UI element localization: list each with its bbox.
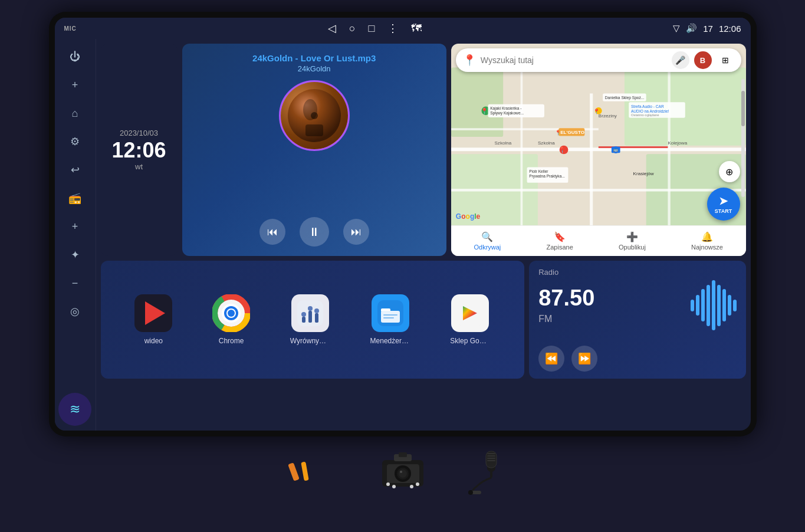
map-search-input[interactable]	[481, 55, 667, 65]
radio-rewind-button[interactable]: ⏪	[538, 346, 564, 372]
svg-rect-68	[288, 462, 300, 481]
status-bar-right: ▽ 🔊 17 12:06	[673, 23, 741, 34]
svg-text:Szkolna: Szkolna	[538, 140, 555, 146]
svg-text:Prywatna Praktyka...: Prywatna Praktyka...	[529, 174, 565, 179]
app-equalizer[interactable]: Wyrównywa...	[290, 294, 330, 345]
saved-label: Zapisane	[547, 244, 573, 251]
svg-rect-54	[302, 317, 305, 323]
backup-camera	[376, 451, 429, 492]
time-label: 12:06	[111, 140, 166, 161]
sidebar-equalizer-button[interactable]: ≋	[58, 393, 91, 426]
wave-bar-7	[722, 289, 726, 321]
sidebar-radio[interactable]: 📻	[60, 185, 90, 211]
menu-nav-icon[interactable]: ⋮	[387, 22, 398, 35]
sidebar-settings[interactable]: ⚙	[60, 129, 90, 155]
radio-band: FM	[538, 314, 594, 324]
prev-button[interactable]: ⏮	[259, 219, 285, 245]
wave-bar-6	[717, 285, 721, 326]
map-profile-button[interactable]: B	[694, 51, 712, 69]
app-equalizer-label: Wyrównywa...	[290, 337, 330, 345]
map-tab-odkrywaj[interactable]: 🔍 Odkrywaj	[474, 231, 501, 251]
back-nav-icon[interactable]: ◁	[328, 22, 336, 35]
google-logo: Google	[456, 212, 480, 221]
map-tab-zapisane[interactable]: 🔖 Zapisane	[547, 231, 573, 251]
radio-frequency-value: 87.50	[538, 287, 594, 309]
app-folder-label: Menedżer P...	[370, 337, 410, 345]
svg-rect-65	[383, 317, 394, 318]
sidebar-power[interactable]: ⏻	[60, 44, 90, 70]
app-chrome[interactable]: Chrome	[212, 294, 250, 345]
svg-rect-2	[305, 124, 323, 136]
nav-bar: ◁ ○ □ ⋮ 🗺	[328, 22, 422, 35]
folder-svg	[377, 300, 403, 326]
main-content: ⏻ + ⌂ ⚙ ↩ 📻 + ✦ − ◎ ≋	[55, 39, 751, 431]
left-sidebar: ⏻ + ⌂ ⚙ ↩ 📻 + ✦ − ◎ ≋	[55, 39, 96, 431]
discover-icon: 🔍	[481, 231, 493, 242]
folder-app-icon	[372, 294, 409, 332]
sidebar-back[interactable]: ↩	[60, 157, 90, 183]
svg-text:Ostatnio oglądane: Ostatnio oglądane	[631, 113, 659, 117]
svg-point-3	[311, 112, 318, 119]
sidebar-volume-up[interactable]: +	[60, 72, 90, 98]
map-tab-najnowsze[interactable]: 🔔 Najnowsze	[691, 231, 723, 251]
map-scrollbar[interactable]	[741, 79, 745, 197]
home-nav-icon[interactable]: ○	[349, 22, 356, 35]
svg-text:Kajaki Krasieńka -: Kajaki Krasieńka -	[490, 106, 521, 111]
sidebar-bluetooth[interactable]: ✦	[60, 242, 90, 268]
map-search-bar: 📍 🎤 B ⊞	[456, 48, 741, 72]
apps-panel: wideo	[101, 261, 525, 379]
device-shell: MIC ◁ ○ □ ⋮ 🗺 ▽ 🔊 17 12:06 ⏻ + ⌂	[49, 12, 757, 436]
maps-nav-icon[interactable]: 🗺	[411, 22, 422, 35]
pause-button[interactable]: ⏸	[300, 217, 329, 247]
sidebar-add[interactable]: +	[60, 214, 90, 239]
radio-label: Radio	[538, 268, 736, 277]
app-file-manager[interactable]: Menedżer P...	[370, 294, 410, 345]
sidebar-location[interactable]: ◎	[60, 298, 90, 324]
status-bar: MIC ◁ ○ □ ⋮ 🗺 ▽ 🔊 17 12:06	[55, 18, 751, 39]
svg-text:Piotr Keller: Piotr Keller	[529, 169, 548, 173]
nav-arrow-icon: ➤	[719, 195, 728, 208]
map-location-button[interactable]: ⊕	[719, 161, 740, 182]
svg-point-59	[314, 308, 319, 313]
app-playstore-label: Sklep Googl...	[450, 337, 490, 345]
map-svg: Szkolna Szkolna Brzeziny Kolejowa 📍 📍	[451, 44, 746, 256]
svg-point-78	[410, 485, 413, 488]
radio-panel: Radio 87.50 FM	[529, 261, 745, 379]
radio-controls: ⏪ ⏩	[538, 346, 736, 372]
svg-point-58	[308, 306, 313, 311]
map-tab-opublikuj[interactable]: ➕ Opublikuj	[619, 231, 646, 251]
next-button[interactable]: ⏭	[343, 219, 369, 245]
datetime-panel: 2023/10/03 12:06 wt	[101, 44, 178, 256]
svg-rect-15	[599, 146, 668, 148]
latest-label: Najnowsze	[691, 244, 723, 251]
music-artist: 24kGoldn	[192, 64, 437, 73]
saved-icon: 🔖	[554, 231, 566, 242]
pry-tools-svg	[288, 460, 341, 484]
map-scrollbar-thumb	[741, 91, 745, 126]
svg-rect-13	[520, 67, 523, 232]
bottom-row: wideo	[101, 261, 746, 379]
music-controls: ⏮ ⏸ ⏭	[192, 217, 437, 247]
radio-forward-button[interactable]: ⏩	[571, 346, 597, 372]
svg-point-90	[468, 490, 473, 495]
svg-rect-12	[590, 93, 593, 232]
recents-nav-icon[interactable]: □	[369, 22, 375, 35]
svg-rect-69	[301, 462, 308, 481]
app-play-store[interactable]: Sklep Googl...	[450, 294, 490, 345]
top-row: 2023/10/03 12:06 wt 24kGoldn - Love Or L…	[101, 44, 746, 256]
svg-point-75	[400, 471, 402, 473]
map-start-button[interactable]: ➤ START	[707, 188, 740, 221]
app-chrome-label: Chrome	[219, 337, 244, 345]
date-label: 2023/10/03	[120, 129, 158, 137]
svg-rect-14	[668, 67, 670, 232]
map-mic-button[interactable]: 🎤	[672, 51, 689, 69]
current-time: 12:06	[719, 24, 741, 34]
audio-cable	[465, 448, 518, 495]
map-layers-button[interactable]: ⊞	[717, 51, 734, 69]
publish-icon: ➕	[626, 231, 638, 242]
sidebar-home[interactable]: ⌂	[60, 100, 90, 126]
sidebar-minus[interactable]: −	[60, 270, 90, 296]
svg-text:EL'GUSTO: EL'GUSTO	[560, 130, 584, 135]
app-wideo[interactable]: wideo	[134, 294, 172, 345]
map-background: Szkolna Szkolna Brzeziny Kolejowa 📍 📍	[451, 44, 746, 256]
